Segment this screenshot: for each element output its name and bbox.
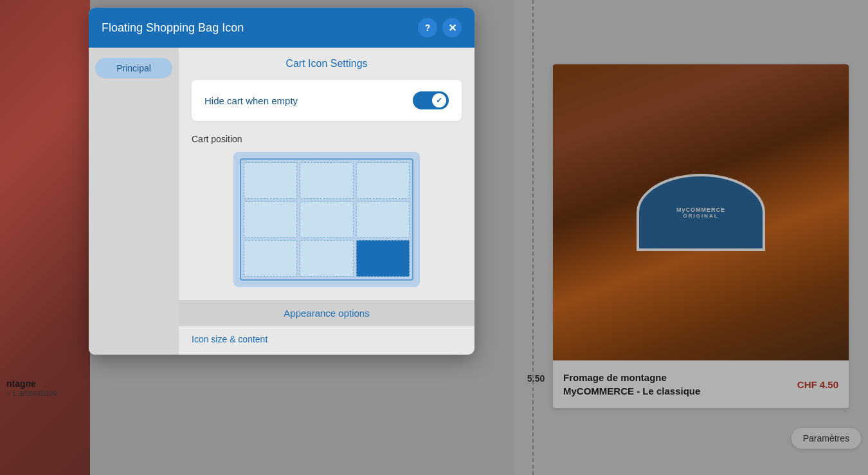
modal-sidebar: Principal (89, 48, 179, 355)
hide-cart-toggle[interactable]: ✓ (413, 91, 449, 109)
hide-cart-label: Hide cart when empty (204, 95, 298, 106)
modal-title: Floating Shopping Bag Icon (102, 21, 244, 35)
modal-main-content: Cart Icon Settings Hide cart when empty … (179, 48, 475, 355)
icon-size-title: Icon size & content (192, 334, 462, 344)
toggle-checkmark-icon: ✓ (436, 96, 442, 105)
hide-cart-toggle-row: Hide cart when empty ✓ (192, 80, 462, 121)
toggle-thumb: ✓ (432, 93, 446, 107)
cart-position-grid-selector (233, 152, 420, 287)
grid-cell-bottom-center[interactable] (300, 240, 353, 277)
toggle-track: ✓ (413, 91, 449, 109)
modal-header-buttons: ? ✕ (418, 18, 462, 37)
grid-cell-middle-center[interactable] (300, 201, 353, 238)
grid-cell-bottom-left[interactable] (244, 240, 297, 277)
grid-cell-top-right[interactable] (356, 162, 410, 199)
icon-size-section: Icon size & content (192, 326, 462, 344)
grid-cell-middle-right[interactable] (356, 201, 410, 238)
modal-body: Principal Cart Icon Settings Hide cart w… (89, 48, 475, 355)
floating-shopping-bag-modal: Floating Shopping Bag Icon ? ✕ Principal… (89, 8, 475, 355)
modal-header: Floating Shopping Bag Icon ? ✕ (89, 8, 475, 48)
appearance-options-title: Appearance options (192, 308, 462, 319)
sidebar-item-principal[interactable]: Principal (95, 58, 172, 79)
grid-cell-top-left[interactable] (244, 162, 297, 199)
help-button[interactable]: ? (418, 18, 437, 37)
cart-icon-settings-title: Cart Icon Settings (192, 58, 462, 70)
grid-cell-bottom-right[interactable] (356, 240, 410, 277)
cart-position-label: Cart position (192, 134, 462, 144)
position-grid (240, 158, 413, 281)
close-button[interactable]: ✕ (442, 18, 462, 37)
grid-cell-top-center[interactable] (300, 162, 353, 199)
appearance-options-section[interactable]: Appearance options (179, 300, 475, 326)
grid-cell-middle-left[interactable] (244, 201, 297, 238)
